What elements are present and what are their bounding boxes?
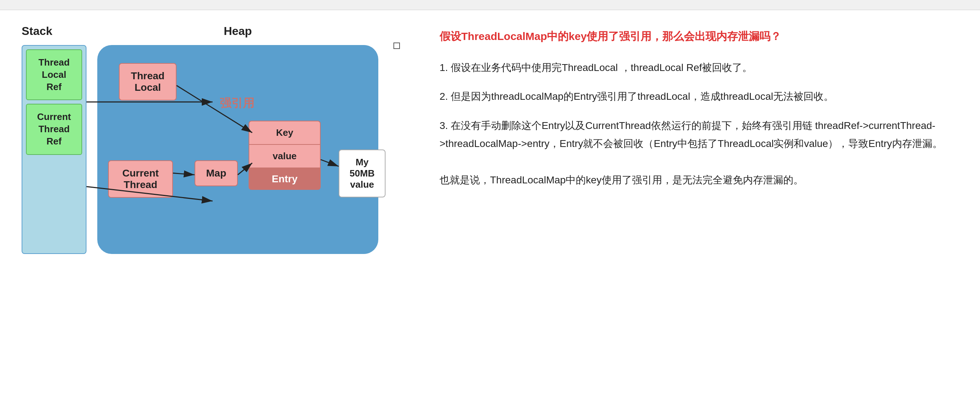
point-1: 1. 假设在业务代码中使用完ThreadLocal ，threadLocal R… [439,59,958,77]
question-title: 假设ThreadLocalMap中的key使用了强引用，那么会出现内存泄漏吗？ [439,28,958,44]
diagram-area: Stack ThreadLocalRef CurrentThreadRef He… [22,24,418,401]
key-box: Key [248,121,321,145]
point-2: 2. 但是因为threadLocalMap的Entry强引用了threadLoc… [439,87,958,105]
small-square-icon [393,43,400,49]
heap-box: ThreadLocal CurrentThread Map Key value … [97,45,378,254]
entry-group: Key value Entry [248,121,321,190]
value-box: value [248,145,321,168]
text-area: 假设ThreadLocalMap中的key使用了强引用，那么会出现内存泄漏吗？ … [439,24,958,401]
svg-line-3 [321,160,339,167]
current-thread-node: CurrentThread [108,160,173,198]
stack-column: Stack ThreadLocalRef CurrentThreadRef [22,24,86,401]
current-thread-ref-item: CurrentThreadRef [26,104,82,154]
svg-line-1 [173,173,194,175]
point-3: 3. 在没有手动删除这个Entry以及CurrentThread依然运行的前提下… [439,117,958,153]
entry-label: Entry [248,168,321,190]
thread-local-node: ThreadLocal [119,63,177,100]
stack-box: ThreadLocalRef CurrentThreadRef [22,45,86,254]
main-content: Stack ThreadLocalRef CurrentThreadRef He… [0,10,980,415]
heap-area: Heap ThreadLocal CurrentThread Map Key v… [97,24,378,401]
thread-local-ref-item: ThreadLocalRef [26,49,82,100]
top-bar [0,0,980,10]
my50mb-node: My50MBvalue [339,149,385,197]
heap-label: Heap [97,24,378,38]
summary-text: 也就是说，ThreadLocalMap中的key使用了强引用，是无法完全避免内存… [439,171,958,189]
map-node: Map [194,160,238,186]
stack-label: Stack [22,24,52,38]
strong-ref-label: 强引用 [220,95,255,111]
